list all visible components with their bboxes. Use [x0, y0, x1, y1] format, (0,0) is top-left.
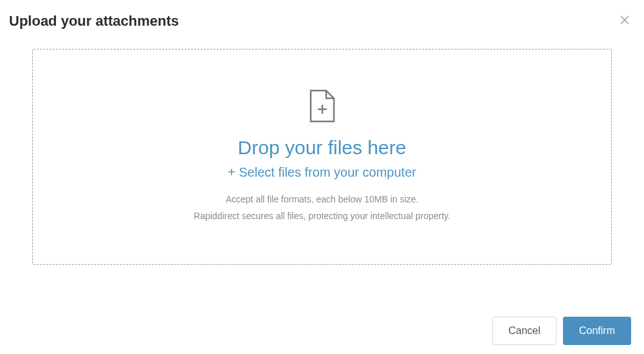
cancel-button[interactable]: Cancel [492, 317, 557, 345]
file-plus-icon [308, 89, 336, 123]
dropzone-title: Drop your files here [238, 137, 407, 159]
dropzone-hint-formats: Accept all file formats, each below 10MB… [226, 191, 419, 208]
modal-header: Upload your attachments [0, 0, 644, 42]
close-icon [620, 15, 629, 27]
select-files-link[interactable]: + Select files from your computer [228, 165, 416, 180]
upload-area-wrapper: Drop your files here + Select files from… [0, 42, 644, 278]
confirm-button[interactable]: Confirm [563, 317, 631, 345]
modal-title: Upload your attachments [9, 13, 179, 30]
modal-footer: Cancel Confirm [492, 317, 631, 345]
close-button[interactable] [618, 15, 631, 28]
dropzone-hint-security: Rapiddirect secures all files, protectin… [194, 208, 450, 224]
file-dropzone[interactable]: Drop your files here + Select files from… [32, 49, 612, 265]
